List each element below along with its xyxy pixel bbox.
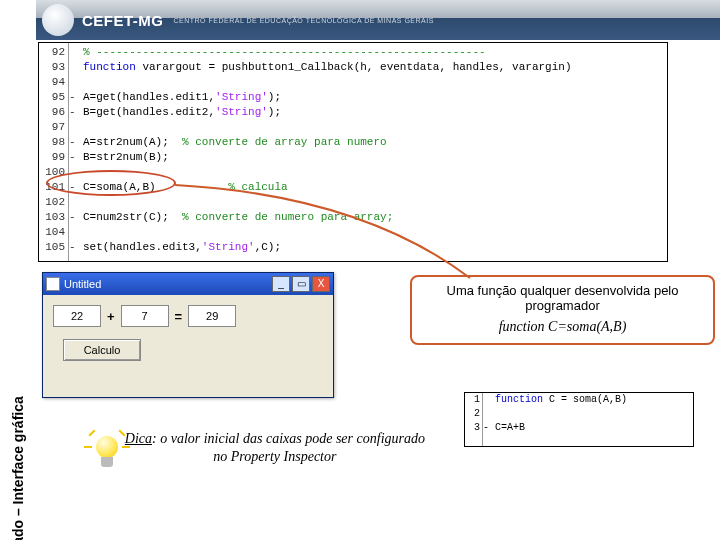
breakpoint-gutter: - - - - - - - bbox=[69, 43, 83, 261]
gui-body: 22 + 7 = 29 Calculo bbox=[43, 295, 333, 397]
app-icon bbox=[46, 277, 60, 291]
brand-name: CEFET-MG bbox=[82, 12, 164, 29]
calculate-button[interactable]: Calculo bbox=[63, 339, 141, 361]
input-b[interactable]: 7 bbox=[121, 305, 169, 327]
gui-window: Untitled _ ▭ X 22 + 7 = 29 Calculo bbox=[42, 272, 334, 398]
tip-body: : o valor inicial das caixas pode ser co… bbox=[152, 431, 425, 464]
vertical-caption-text: MATLAB Avançado – Interface gráfica bbox=[10, 396, 26, 540]
note-code: function C=soma(A,B) bbox=[422, 319, 703, 335]
maximize-button[interactable]: ▭ bbox=[292, 276, 310, 292]
brand-subtitle: CENTRO FEDERAL DE EDUCAÇÃO TECNOLÓGICA D… bbox=[174, 17, 434, 24]
code-body: % --------------------------------------… bbox=[83, 43, 667, 261]
callout-note: Uma função qualquer desenvolvida pelo pr… bbox=[410, 275, 715, 345]
vertical-caption: MATLAB Avançado – Interface gráfica bbox=[0, 0, 36, 540]
line-gutter: 92 93 94 95 96 97 98 99 100 101 102 103 … bbox=[39, 43, 69, 261]
logo-icon bbox=[42, 4, 74, 36]
tip-label: Dica bbox=[125, 431, 152, 446]
brand-header: CEFET-MG CENTRO FEDERAL DE EDUCAÇÃO TECN… bbox=[36, 0, 720, 40]
close-button[interactable]: X bbox=[312, 276, 330, 292]
callout-highlight-ellipse bbox=[46, 170, 176, 196]
snippet-gutter: 1 2 3 bbox=[465, 393, 483, 446]
tip-block: Dica: o valor inicial das caixas pode se… bbox=[86, 430, 426, 482]
equals-label: = bbox=[175, 309, 183, 324]
note-text: Uma função qualquer desenvolvida pelo pr… bbox=[422, 283, 703, 313]
snippet-dash: - bbox=[483, 393, 495, 446]
output-c[interactable]: 29 bbox=[188, 305, 236, 327]
code-editor: 92 93 94 95 96 97 98 99 100 101 102 103 … bbox=[38, 42, 668, 262]
minimize-button[interactable]: _ bbox=[272, 276, 290, 292]
function-snippet: 1 2 3 - function C = soma(A,B) C=A+B bbox=[464, 392, 694, 447]
lightbulb-icon bbox=[86, 430, 116, 482]
snippet-code: function C = soma(A,B) C=A+B bbox=[495, 393, 693, 446]
tip-text: Dica: o valor inicial das caixas pode se… bbox=[124, 430, 426, 466]
input-a[interactable]: 22 bbox=[53, 305, 101, 327]
window-title: Untitled bbox=[64, 278, 272, 290]
titlebar: Untitled _ ▭ X bbox=[43, 273, 333, 295]
plus-label: + bbox=[107, 309, 115, 324]
